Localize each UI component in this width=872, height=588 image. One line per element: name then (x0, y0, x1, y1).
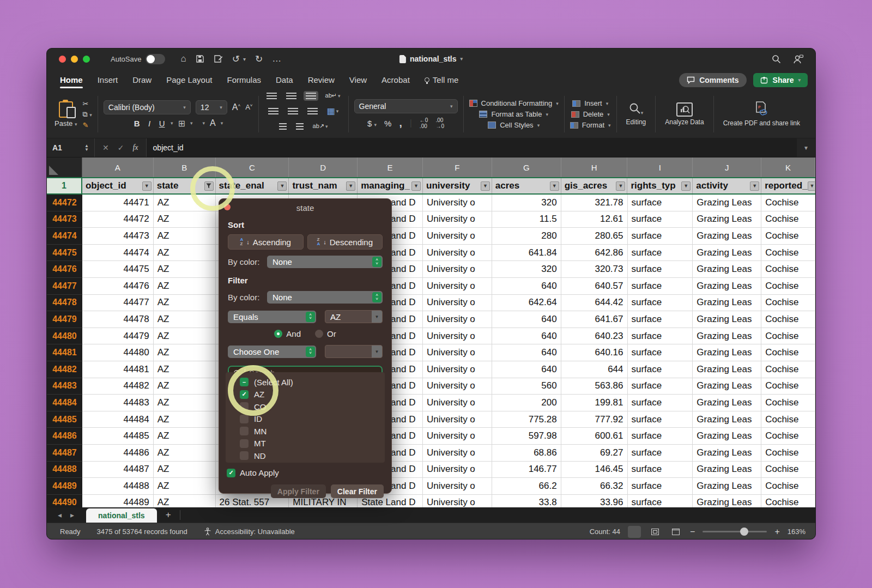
cell-reported[interactable]: Cochise (761, 278, 815, 295)
cell-reported[interactable]: Cochise (761, 445, 815, 462)
undo-chevron-icon[interactable]: ▾ (243, 56, 246, 62)
align-center-icon[interactable] (286, 106, 300, 116)
cell-state[interactable]: AZ (154, 378, 216, 395)
decrease-indent-icon[interactable] (277, 122, 289, 131)
filter-dropdown-icon[interactable]: ▼ (411, 181, 421, 191)
font-size-select[interactable]: 12▾ (196, 100, 227, 114)
cell-rights_type[interactable]: surface (628, 195, 693, 211)
cell-university[interactable]: University o (423, 278, 492, 295)
redo-icon[interactable]: ↻ (255, 53, 263, 65)
cell-gis_acres[interactable]: 600.61 (561, 428, 628, 445)
cell-rights_type[interactable]: surface (628, 228, 693, 245)
copy-icon[interactable]: ⧉ ▾ (82, 110, 92, 119)
font-color-chevron-icon[interactable]: ▾ (221, 120, 223, 126)
cell-acres[interactable]: 146.77 (492, 462, 561, 478)
column-header-G[interactable]: G (492, 157, 561, 177)
more-toolbar-icon[interactable]: … (272, 53, 281, 64)
cell-object_id[interactable]: 44486 (82, 445, 154, 462)
document-title[interactable]: national_stls ▾ (399, 54, 463, 63)
cell-activity[interactable]: Grazing Leas (693, 445, 761, 462)
cell-reported[interactable]: Cochise (761, 295, 815, 312)
home-icon[interactable]: ⌂ (180, 53, 186, 64)
cell-acres[interactable]: 775.28 (492, 411, 561, 428)
add-sheet-button[interactable]: + (166, 510, 171, 520)
cell-acres[interactable]: 66.2 (492, 478, 561, 495)
cell-reported[interactable]: Cochise (761, 462, 815, 478)
column-header-E[interactable]: E (358, 157, 423, 177)
cell-object_id[interactable]: 44475 (82, 261, 154, 278)
cell-object_id[interactable]: 44483 (82, 395, 154, 411)
decrease-font-icon[interactable]: A˅ (245, 103, 252, 111)
cell-activity[interactable]: Grazing Leas (693, 478, 761, 495)
comments-button[interactable]: Comments (679, 73, 746, 87)
cell-gis_acres[interactable]: 199.81 (561, 395, 628, 411)
cell-gis_acres[interactable]: 641.67 (561, 311, 628, 328)
cell-gis_acres[interactable]: 644 (561, 361, 628, 378)
normal-view-button[interactable] (628, 526, 641, 538)
cell-university[interactable]: University o (423, 245, 492, 262)
field-header-reported_[interactable]: reported_▼ (761, 178, 815, 193)
cell-object_id[interactable]: 44473 (82, 228, 154, 245)
save-icon[interactable] (196, 54, 204, 63)
cell-acres[interactable]: 33.8 (492, 495, 561, 507)
row-header-44472[interactable]: 44472 (47, 195, 82, 211)
cell-rights_type[interactable]: surface (628, 278, 693, 295)
cell-acres[interactable]: 640 (492, 278, 561, 295)
autosave-toggle[interactable] (146, 54, 165, 64)
cell-state[interactable]: AZ (154, 261, 216, 278)
cell-reported[interactable]: Cochise (761, 228, 815, 245)
cell-university[interactable]: University o (423, 378, 492, 395)
sort-by-color-select[interactable]: None ˄˅ (267, 256, 383, 268)
cell-state[interactable]: AZ (154, 195, 216, 211)
column-header-K[interactable]: K (761, 157, 815, 177)
cell-university[interactable]: University o (423, 428, 492, 445)
cell-activity[interactable]: Grazing Leas (693, 245, 761, 262)
cell-reported[interactable]: Cochise (761, 411, 815, 428)
row-header-44489[interactable]: 44489 (47, 478, 82, 495)
cell-state[interactable]: AZ (154, 328, 216, 345)
italic-button[interactable]: I (146, 119, 153, 128)
cell-university[interactable]: University o (423, 344, 492, 361)
decrease-decimal-icon[interactable]: .00→0 (435, 117, 444, 129)
cell-state[interactable]: AZ (154, 361, 216, 378)
column-header-H[interactable]: H (561, 157, 628, 177)
row-header-44481[interactable]: 44481 (47, 344, 82, 361)
row-header-44475[interactable]: 44475 (47, 245, 82, 262)
cell-reported[interactable]: Cochise (761, 261, 815, 278)
insert-function-icon[interactable]: fx (132, 143, 138, 152)
cell-state[interactable]: AZ (154, 462, 216, 478)
close-window-button[interactable] (59, 56, 66, 63)
cell-acres[interactable]: 640 (492, 311, 561, 328)
filter-dropdown-icon[interactable]: ▼ (277, 181, 287, 191)
cell-activity[interactable]: Grazing Leas (693, 228, 761, 245)
cell-acres[interactable]: 640 (492, 361, 561, 378)
page-layout-view-button[interactable] (649, 526, 662, 538)
tab-acrobat[interactable]: Acrobat (382, 71, 410, 89)
cell-reported[interactable]: Cochise (761, 495, 815, 507)
cell-object_id[interactable]: 44471 (82, 195, 154, 211)
field-header-acres[interactable]: acres▼ (492, 178, 561, 193)
cell-university[interactable]: University o (423, 478, 492, 495)
cell-gis_acres[interactable]: 777.92 (561, 411, 628, 428)
cell-university[interactable]: University o (423, 411, 492, 428)
cell-rights_type[interactable]: surface (628, 211, 693, 228)
cell-activity[interactable]: Grazing Leas (693, 428, 761, 445)
column-header-F[interactable]: F (423, 157, 492, 177)
filter-dropdown-icon[interactable]: ▼ (481, 181, 490, 191)
cell-gis_acres[interactable]: 320.73 (561, 261, 628, 278)
cell-acres[interactable]: 200 (492, 395, 561, 411)
row-header-44480[interactable]: 44480 (47, 328, 82, 345)
cell-reported[interactable]: Cochise (761, 361, 815, 378)
cell-reported[interactable]: Cochise (761, 378, 815, 395)
undo-icon[interactable]: ↺ (232, 53, 240, 65)
format-painter-icon[interactable]: ✎ (82, 121, 92, 129)
cell-reported[interactable]: Cochise (761, 344, 815, 361)
unchecked-checkbox-icon[interactable] (240, 439, 249, 448)
minimize-window-button[interactable] (71, 56, 78, 63)
cell-object_id[interactable]: 44474 (82, 245, 154, 262)
cell-university[interactable]: University o (423, 195, 492, 211)
align-bottom-icon[interactable] (304, 91, 318, 101)
cell-activity[interactable]: Grazing Leas (693, 261, 761, 278)
merge-center-icon[interactable]: ▦ ▾ (325, 104, 341, 118)
column-header-C[interactable]: C (216, 157, 289, 177)
